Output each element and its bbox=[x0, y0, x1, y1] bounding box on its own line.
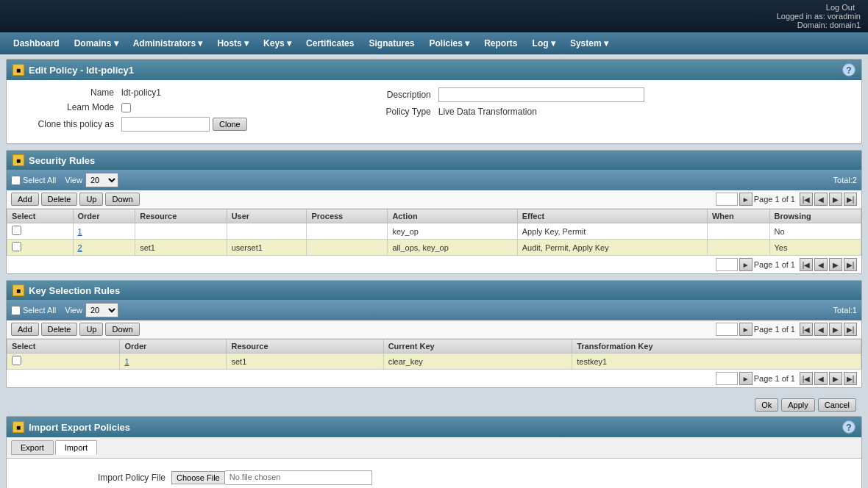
security-select-all-checkbox[interactable] bbox=[11, 176, 21, 185]
key-goto-btn[interactable]: ► bbox=[739, 323, 753, 336]
key-first-bottom-btn[interactable]: |◀ bbox=[800, 372, 813, 385]
key-prev-btn[interactable]: ◀ bbox=[814, 323, 828, 336]
key-col-current-key: Current Key bbox=[383, 340, 572, 354]
security-last-btn[interactable]: ▶| bbox=[844, 193, 857, 206]
nav-administrators[interactable]: Administrators ▾ bbox=[126, 32, 210, 54]
key-prev-bottom-btn[interactable]: ◀ bbox=[814, 372, 828, 385]
file-input-container: Choose File No file chosen bbox=[171, 470, 372, 485]
key-last-btn[interactable]: ▶| bbox=[844, 323, 857, 336]
clone-input[interactable] bbox=[121, 117, 210, 132]
nav-dashboard[interactable]: Dashboard bbox=[6, 32, 67, 54]
key-next-btn[interactable]: ▶ bbox=[829, 323, 842, 336]
key-col-order: Order bbox=[120, 340, 227, 354]
security-row2-order[interactable]: 2 bbox=[78, 243, 82, 252]
key-page-input[interactable] bbox=[716, 323, 738, 336]
security-row1-checkbox[interactable] bbox=[12, 226, 21, 235]
nav-system[interactable]: System ▾ bbox=[563, 32, 616, 54]
key-page-info-bottom: Page 1 of 1 bbox=[754, 374, 795, 383]
key-col-transformation-key: Transformation Key bbox=[572, 340, 861, 354]
key-total: Total:1 bbox=[833, 306, 857, 315]
security-rules-table: Select Order Resource User Process Actio… bbox=[7, 209, 861, 256]
key-add-btn[interactable]: Add bbox=[11, 323, 39, 336]
edit-policy-header: ■ Edit Policy - ldt-policy1 ? bbox=[7, 60, 861, 80]
nav-bar: Dashboard Domains ▾ Administrators ▾ Hos… bbox=[0, 32, 868, 54]
clone-button[interactable]: Clone bbox=[213, 118, 247, 131]
key-bottom-pagination: ► Page 1 of 1 |◀ ◀ ▶ ▶| bbox=[7, 370, 861, 387]
security-first-btn[interactable]: |◀ bbox=[800, 193, 813, 206]
import-export-header: ■ Import Export Policies ? bbox=[7, 417, 861, 437]
choose-file-btn[interactable]: Choose File bbox=[171, 471, 225, 484]
description-input[interactable] bbox=[438, 87, 644, 102]
security-goto-btn[interactable]: ► bbox=[739, 193, 753, 206]
key-row1-checkbox[interactable] bbox=[12, 356, 21, 365]
security-last-bottom-btn[interactable]: ▶| bbox=[844, 258, 857, 271]
top-bar: Log Out Logged in as: voradmin Domain: d… bbox=[0, 0, 868, 32]
security-add-btn[interactable]: Add bbox=[11, 193, 39, 206]
key-up-btn[interactable]: Up bbox=[79, 323, 103, 336]
nav-log[interactable]: Log ▾ bbox=[525, 32, 563, 54]
security-down-btn[interactable]: Down bbox=[105, 193, 139, 206]
security-goto-bottom-btn[interactable]: ► bbox=[739, 258, 753, 271]
import-section: Import Policy File Choose File No file c… bbox=[7, 459, 861, 488]
key-row1-order[interactable]: 1 bbox=[124, 357, 129, 366]
panel-icon: ■ bbox=[13, 64, 24, 76]
policy-type-row: Policy Type Live Data Transformation bbox=[335, 107, 850, 117]
clone-label: Clone this policy as bbox=[18, 119, 121, 129]
apply-button[interactable]: Apply bbox=[781, 398, 815, 412]
security-first-bottom-btn[interactable]: |◀ bbox=[800, 258, 813, 271]
security-up-btn[interactable]: Up bbox=[79, 193, 103, 206]
security-next-btn[interactable]: ▶ bbox=[829, 193, 842, 206]
key-col-resource: Resource bbox=[227, 340, 383, 354]
security-view-label: View bbox=[65, 176, 82, 184]
nav-reports[interactable]: Reports bbox=[477, 32, 524, 54]
security-next-bottom-btn[interactable]: ▶ bbox=[829, 258, 842, 271]
security-row1-order[interactable]: 1 bbox=[78, 227, 82, 236]
key-down-btn[interactable]: Down bbox=[105, 323, 139, 336]
security-panel-icon: ■ bbox=[13, 154, 24, 166]
key-select-all-checkbox[interactable] bbox=[11, 306, 21, 315]
nav-keys[interactable]: Keys ▾ bbox=[256, 32, 299, 54]
import-export-tabs: Export Import bbox=[7, 437, 861, 459]
key-delete-btn[interactable]: Delete bbox=[41, 323, 78, 336]
key-next-bottom-btn[interactable]: ▶ bbox=[829, 372, 842, 385]
edit-policy-form: Name ldt-policy1 Learn Mode Clone this p… bbox=[7, 80, 861, 143]
security-page-info-bottom: Page 1 of 1 bbox=[754, 260, 795, 269]
main-content: ■ Edit Policy - ldt-policy1 ? Name ldt-p… bbox=[0, 54, 868, 488]
help-icon[interactable]: ? bbox=[842, 63, 855, 76]
security-delete-btn[interactable]: Delete bbox=[41, 193, 78, 206]
security-prev-btn[interactable]: ◀ bbox=[814, 193, 828, 206]
key-col-select: Select bbox=[7, 340, 120, 354]
key-selection-header: ■ Key Selection Rules bbox=[7, 281, 861, 300]
learn-mode-checkbox[interactable] bbox=[121, 103, 131, 112]
cancel-button[interactable]: Cancel bbox=[818, 398, 856, 412]
nav-signatures[interactable]: Signatures bbox=[361, 32, 421, 54]
security-page-input-bottom[interactable] bbox=[716, 258, 738, 271]
key-page-input-bottom[interactable] bbox=[716, 372, 738, 385]
key-last-bottom-btn[interactable]: ▶| bbox=[844, 372, 857, 385]
nav-hosts[interactable]: Hosts ▾ bbox=[210, 32, 256, 54]
nav-domains[interactable]: Domains ▾ bbox=[67, 32, 126, 54]
policy-type-label: Policy Type bbox=[335, 107, 438, 117]
edit-policy-panel: ■ Edit Policy - ldt-policy1 ? Name ldt-p… bbox=[6, 59, 862, 144]
security-row2-checkbox[interactable] bbox=[12, 242, 21, 251]
security-select-all-label: Select All bbox=[11, 176, 56, 185]
key-view-select[interactable]: 201050100 bbox=[85, 303, 118, 317]
logout-link[interactable]: Log Out bbox=[826, 3, 855, 12]
ok-button[interactable]: Ok bbox=[755, 398, 778, 412]
import-tab[interactable]: Import bbox=[55, 440, 97, 455]
key-first-btn[interactable]: |◀ bbox=[800, 323, 813, 336]
table-row: 1 set1 clear_key testkey1 bbox=[7, 354, 861, 370]
learn-mode-label: Learn Mode bbox=[18, 102, 121, 112]
edit-policy-title: Edit Policy - ldt-policy1 bbox=[29, 65, 134, 76]
key-select-all-label: Select All bbox=[11, 306, 56, 315]
import-export-title: Import Export Policies bbox=[29, 422, 130, 433]
import-help-icon[interactable]: ? bbox=[842, 420, 855, 434]
key-goto-bottom-btn[interactable]: ► bbox=[739, 372, 753, 385]
security-prev-bottom-btn[interactable]: ◀ bbox=[814, 258, 828, 271]
export-tab[interactable]: Export bbox=[11, 440, 54, 455]
domain-label: Domain: domain1 bbox=[797, 21, 861, 29]
nav-certificates[interactable]: Certificates bbox=[299, 32, 361, 54]
security-view-select[interactable]: 201050100 bbox=[85, 173, 118, 187]
nav-policies[interactable]: Policies ▾ bbox=[422, 32, 477, 54]
security-page-input[interactable] bbox=[716, 193, 738, 206]
